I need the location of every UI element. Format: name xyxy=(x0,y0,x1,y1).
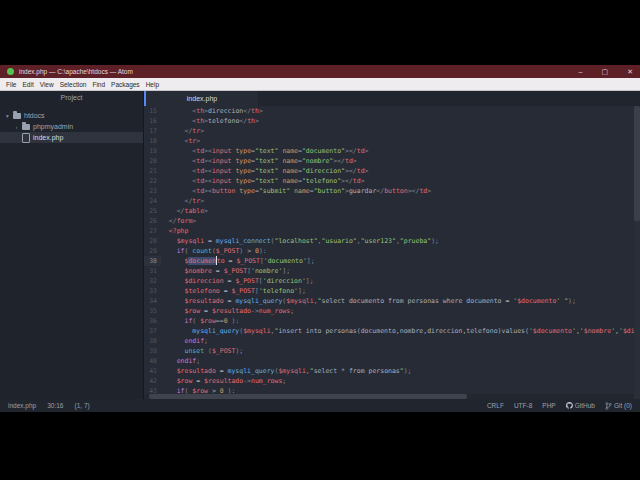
tree-list: ▾htdocs›phpmyadminindex.php xyxy=(0,105,143,143)
code-line[interactable]: 29 if( count($_POST) > 0): xyxy=(144,246,640,256)
close-icon[interactable]: ✕ xyxy=(627,65,633,78)
tree-view-panel: Project ▾htdocs›phpmyadminindex.php xyxy=(0,91,144,399)
code-line[interactable]: 38 endif; xyxy=(144,336,640,346)
vertical-scrollbar-thumb[interactable] xyxy=(634,106,640,221)
code-text: mysqli_query($mysqli,"insert into person… xyxy=(161,326,640,336)
line-number: 29 xyxy=(144,246,161,256)
code-line[interactable]: 15 <th>direccion</th> xyxy=(144,106,640,116)
folder-icon xyxy=(22,124,30,130)
menu-item-help[interactable]: Help xyxy=(146,81,159,88)
menu-item-file[interactable]: File xyxy=(6,81,16,88)
code-line[interactable]: 22 <td><input type="text" name="telefono… xyxy=(144,176,640,186)
status-left: index.php30:16(1, 7) xyxy=(8,402,90,409)
folder-icon xyxy=(13,113,21,119)
code-line[interactable]: 26 </form> xyxy=(144,216,640,226)
status-github[interactable]: GitHub xyxy=(566,402,595,409)
code-line[interactable]: 24 </tr> xyxy=(144,196,640,206)
code-line[interactable]: 28 $mysqli = mysqli_connect("localhost",… xyxy=(144,236,640,246)
line-number: 19 xyxy=(144,146,161,156)
tree-item-index-php[interactable]: index.php xyxy=(0,132,143,143)
menu-item-find[interactable]: Find xyxy=(92,81,105,88)
code-text: </form> xyxy=(161,216,196,226)
code-line[interactable]: 25 </table> xyxy=(144,206,640,216)
status-git-0-[interactable]: Git (0) xyxy=(605,402,632,410)
tree-view-header: Project xyxy=(0,91,143,105)
code-text: $direccion = $_POST['direccion']; xyxy=(161,276,314,286)
git-branch-icon xyxy=(605,402,612,410)
code-line[interactable]: 41 $resultado = mysqli_query($mysqli,"se… xyxy=(144,366,640,376)
horizontal-scrollbar-thumb[interactable] xyxy=(149,394,467,399)
code-line[interactable]: 36 if( $row==0 ): xyxy=(144,316,640,326)
line-number: 31 xyxy=(144,266,161,276)
vertical-scrollbar[interactable] xyxy=(634,106,640,399)
status-utf-8[interactable]: UTF-8 xyxy=(514,402,532,409)
line-number: 28 xyxy=(144,236,161,246)
github-icon xyxy=(566,402,573,409)
status-label: 30:16 xyxy=(47,402,63,409)
editor-pane: index.php 15 <th>direccion</th>16 <th>te… xyxy=(144,91,640,399)
code-line[interactable]: 42 $row = $resultado->num_rows; xyxy=(144,376,640,386)
atom-app-icon xyxy=(7,68,14,75)
status-crlf[interactable]: CRLF xyxy=(487,402,504,409)
atom-window: index.php — C:\apache\htdocs — Atom –▢✕ … xyxy=(0,65,640,412)
code-line[interactable]: 17 </tr> xyxy=(144,126,640,136)
menu-item-view[interactable]: View xyxy=(40,81,54,88)
status-label: PHP xyxy=(542,402,555,409)
tree-item-htdocs[interactable]: ▾htdocs xyxy=(0,110,143,121)
file-icon xyxy=(22,133,30,143)
status-php[interactable]: PHP xyxy=(542,402,555,409)
status-30-16[interactable]: 30:16 xyxy=(47,402,63,409)
code-line[interactable]: 37 mysqli_query($mysqli,"insert into per… xyxy=(144,326,640,336)
code-line[interactable]: 31 $nombre = $_POST['nombre']; xyxy=(144,266,640,276)
code-text: $resultado = mysqli_query($mysqli,"selec… xyxy=(161,366,412,376)
status-label: CRLF xyxy=(487,402,504,409)
code-text: <tr> xyxy=(161,136,200,146)
menu-item-edit[interactable]: Edit xyxy=(22,81,33,88)
line-number: 27 xyxy=(144,226,161,236)
minimize-icon[interactable]: – xyxy=(579,65,583,78)
status-label: UTF-8 xyxy=(514,402,532,409)
active-pane-accent xyxy=(144,91,146,106)
code-line[interactable]: 33 $telefono = $_POST['telefono']; xyxy=(144,286,640,296)
code-line[interactable]: 16 <th>telefono</th> xyxy=(144,116,640,126)
code-line[interactable]: 39 unset ($_POST); xyxy=(144,346,640,356)
code-text: unset ($_POST); xyxy=(161,346,243,356)
code-line[interactable]: 35 $row = $resultado->num_rows; xyxy=(144,306,640,316)
code-text: $nombre = $_POST['nombre']; xyxy=(161,266,290,276)
code-text: if( count($_POST) > 0): xyxy=(161,246,267,256)
code-line[interactable]: 30 $documento = $_POST['documento']; xyxy=(144,256,640,266)
code-text: $documento = $_POST['documento']; xyxy=(161,256,315,266)
tab-bar: index.php xyxy=(144,91,640,106)
maximize-icon[interactable]: ▢ xyxy=(602,65,609,78)
code-line[interactable]: 32 $direccion = $_POST['direccion']; xyxy=(144,276,640,286)
code-line[interactable]: 23 <td><button type="submit" name="butto… xyxy=(144,186,640,196)
menu-item-packages[interactable]: Packages xyxy=(111,81,140,88)
line-number: 32 xyxy=(144,276,161,286)
line-number: 41 xyxy=(144,366,161,376)
code-line[interactable]: 18 <tr> xyxy=(144,136,640,146)
chevron-icon: › xyxy=(14,124,19,130)
line-number: 39 xyxy=(144,346,161,356)
code-line[interactable]: 19 <td><input type="text" name="document… xyxy=(144,146,640,156)
code-line[interactable]: 21 <td><input type="text" name="direccio… xyxy=(144,166,640,176)
line-number: 36 xyxy=(144,316,161,326)
menu-item-selection[interactable]: Selection xyxy=(60,81,87,88)
horizontal-scrollbar[interactable] xyxy=(144,394,634,399)
line-number: 17 xyxy=(144,126,161,136)
code-line[interactable]: 40 endif; xyxy=(144,356,640,366)
code-line[interactable]: 20 <td><input type="text" name="nombre">… xyxy=(144,156,640,166)
tree-item-phpmyadmin[interactable]: ›phpmyadmin xyxy=(0,121,143,132)
status-index-php[interactable]: index.php xyxy=(8,402,36,409)
window-title: index.php — C:\apache\htdocs — Atom xyxy=(19,68,133,75)
status--1-7-[interactable]: (1, 7) xyxy=(74,402,89,409)
code-editor[interactable]: 15 <th>direccion</th>16 <th>telefono</th… xyxy=(144,106,640,399)
tab-index-php[interactable]: index.php xyxy=(146,91,258,106)
code-text: $resultado = mysqli_query($mysqli,"selec… xyxy=(161,296,576,306)
status-bar: index.php30:16(1, 7) CRLFUTF-8PHPGitHubG… xyxy=(0,399,640,412)
chevron-icon: ▾ xyxy=(5,113,10,119)
line-number: 42 xyxy=(144,376,161,386)
line-number: 15 xyxy=(144,106,161,116)
code-line[interactable]: 27 <?php xyxy=(144,226,640,236)
code-line[interactable]: 34 $resultado = mysqli_query($mysqli,"se… xyxy=(144,296,640,306)
line-number: 22 xyxy=(144,176,161,186)
